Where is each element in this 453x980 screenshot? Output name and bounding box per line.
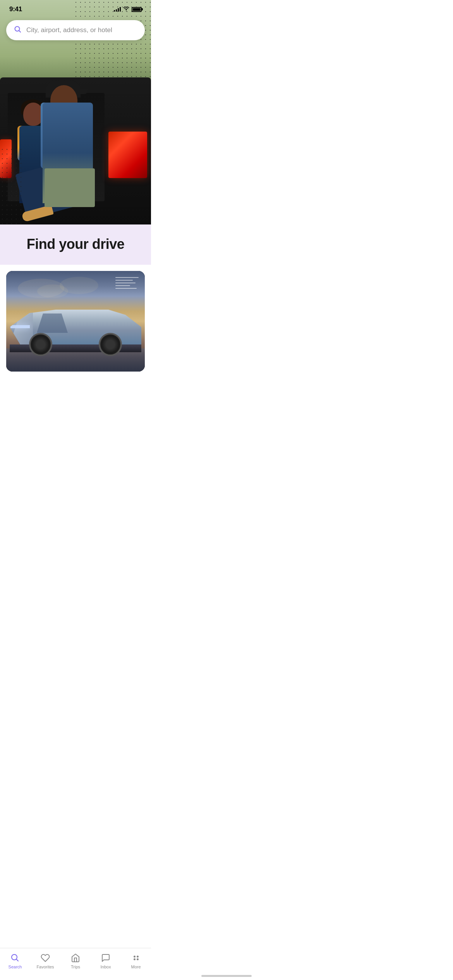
truck-headlight xyxy=(10,325,30,328)
truck-main xyxy=(10,310,141,344)
tail-light-right xyxy=(108,132,147,178)
hero-title: Find your drive xyxy=(9,236,142,252)
people-container xyxy=(12,87,101,203)
cloud-3 xyxy=(60,277,98,294)
battery-icon xyxy=(132,7,142,12)
status-icons xyxy=(114,6,142,13)
search-input[interactable]: City, airport, address, or hotel xyxy=(26,26,112,34)
cybertruck-body xyxy=(10,310,141,352)
truck-wheel-right xyxy=(99,333,122,356)
speed-lines xyxy=(115,277,139,289)
svg-point-0 xyxy=(126,11,127,12)
car-card-section xyxy=(0,265,151,372)
search-bar[interactable]: City, airport, address, or hotel xyxy=(6,20,145,40)
truck-windshield xyxy=(37,314,68,333)
hero-banner: Find your drive xyxy=(0,224,151,265)
cybertruck-card[interactable] xyxy=(6,271,145,372)
person-man xyxy=(39,87,101,203)
truck-wheel-left xyxy=(29,333,52,356)
status-time: 9:41 xyxy=(9,5,22,13)
signal-icon xyxy=(114,7,121,12)
search-bar-container[interactable]: City, airport, address, or hotel xyxy=(6,20,145,40)
status-bar: 9:41 xyxy=(0,0,151,16)
search-icon xyxy=(14,26,22,35)
speed-line-3 xyxy=(115,283,136,283)
speed-line-4 xyxy=(115,285,130,286)
man-pants xyxy=(45,168,95,207)
wifi-icon xyxy=(123,6,129,13)
speed-line-1 xyxy=(115,277,139,278)
speed-line-5 xyxy=(115,288,137,289)
dots-overlay-left xyxy=(0,147,23,224)
man-body xyxy=(43,103,93,203)
speed-line-2 xyxy=(115,280,133,281)
cybertruck-scene xyxy=(6,271,145,372)
